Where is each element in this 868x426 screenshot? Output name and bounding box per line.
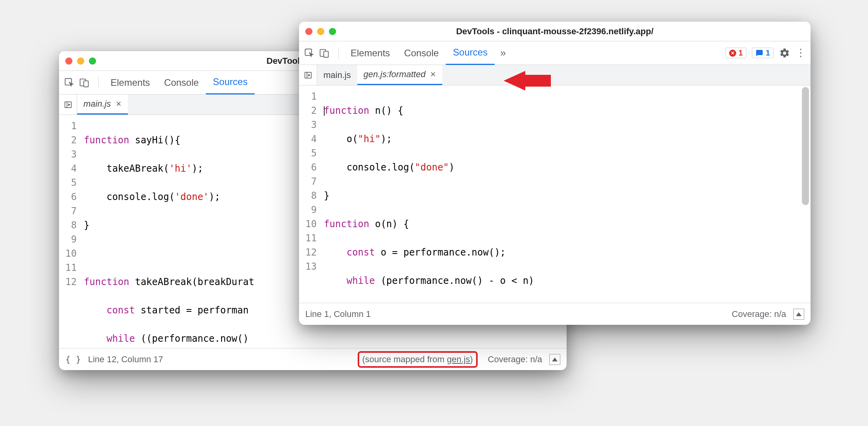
minimize-window-icon[interactable] <box>77 57 84 65</box>
status-bar: Line 1, Column 1 Coverage: n/a <box>299 303 811 325</box>
main-toolbar: Elements Console Sources » ✕ 1 1 ⋮ <box>299 41 811 65</box>
kebab-menu-icon[interactable]: ⋮ <box>796 47 806 59</box>
format-braces-icon[interactable]: { } <box>65 354 81 364</box>
inspect-element-icon[interactable] <box>304 48 315 59</box>
close-icon[interactable]: ✕ <box>430 70 436 79</box>
close-window-icon[interactable] <box>65 57 72 65</box>
status-bar: { } Line 12, Column 17 (source mapped fr… <box>59 348 567 370</box>
device-toggle-icon[interactable] <box>319 48 330 59</box>
coverage-indicator: Coverage: n/a <box>488 354 542 365</box>
source-map-link[interactable]: gen.js <box>447 354 470 364</box>
source-mapped-indicator: (source mapped from gen.js) <box>358 351 478 368</box>
panel-tab-console[interactable]: Console <box>157 71 206 94</box>
scrollbar[interactable] <box>802 87 809 205</box>
error-icon: ✕ <box>729 50 736 57</box>
file-tab-label: main.js <box>83 99 111 109</box>
cursor-position: Line 1, Column 1 <box>305 309 371 319</box>
line-gutter: 123 456 789 101112 13 <box>299 85 321 303</box>
message-icon <box>755 49 763 57</box>
line-gutter: 123 456 789 101112 <box>59 115 81 348</box>
file-tabs: main.js gen.js:formatted ✕ <box>299 65 811 85</box>
maximize-window-icon[interactable] <box>329 28 336 35</box>
file-tab-mainjs[interactable]: main.js <box>317 65 357 85</box>
panel-tab-elements[interactable]: Elements <box>344 41 397 65</box>
file-tab-genjs-formatted[interactable]: gen.js:formatted ✕ <box>357 65 443 85</box>
close-icon[interactable]: ✕ <box>116 100 122 108</box>
panel-tab-elements[interactable]: Elements <box>103 71 157 94</box>
code-content: function n() { o("hi"); console.log("don… <box>321 85 811 303</box>
cursor-position: Line 12, Column 17 <box>88 354 163 365</box>
pretty-print-icon[interactable] <box>793 309 804 320</box>
titlebar: DevTools - clinquant-mousse-2f2396.netli… <box>299 22 811 41</box>
pretty-print-icon[interactable] <box>549 354 560 365</box>
navigator-toggle-icon[interactable] <box>299 65 317 85</box>
error-count-badge[interactable]: ✕ 1 <box>726 48 746 58</box>
devtools-window-front: DevTools - clinquant-mousse-2f2396.netli… <box>299 22 811 325</box>
more-panels-icon[interactable]: » <box>495 47 511 59</box>
maximize-window-icon[interactable] <box>89 57 96 65</box>
window-title: DevTools - clinquant-mousse-2f2396.netli… <box>299 26 811 37</box>
file-tab-label: gen.js:formatted <box>364 69 426 80</box>
svg-rect-6 <box>324 51 329 57</box>
panel-tab-sources[interactable]: Sources <box>206 71 255 94</box>
message-count-badge[interactable]: 1 <box>752 48 774 58</box>
minimize-window-icon[interactable] <box>317 28 324 35</box>
file-tab-mainjs[interactable]: main.js ✕ <box>77 94 128 115</box>
file-tab-label: main.js <box>323 70 351 80</box>
inspect-element-icon[interactable] <box>64 77 75 88</box>
settings-icon[interactable] <box>779 48 790 59</box>
panel-tab-sources[interactable]: Sources <box>446 41 495 65</box>
coverage-indicator: Coverage: n/a <box>732 309 786 319</box>
device-toggle-icon[interactable] <box>79 77 90 88</box>
svg-rect-2 <box>84 81 89 87</box>
code-editor[interactable]: 123 456 789 101112 13 function n() { o("… <box>299 85 811 303</box>
close-window-icon[interactable] <box>305 28 312 35</box>
navigator-toggle-icon[interactable] <box>59 94 77 115</box>
panel-tab-console[interactable]: Console <box>397 41 446 65</box>
